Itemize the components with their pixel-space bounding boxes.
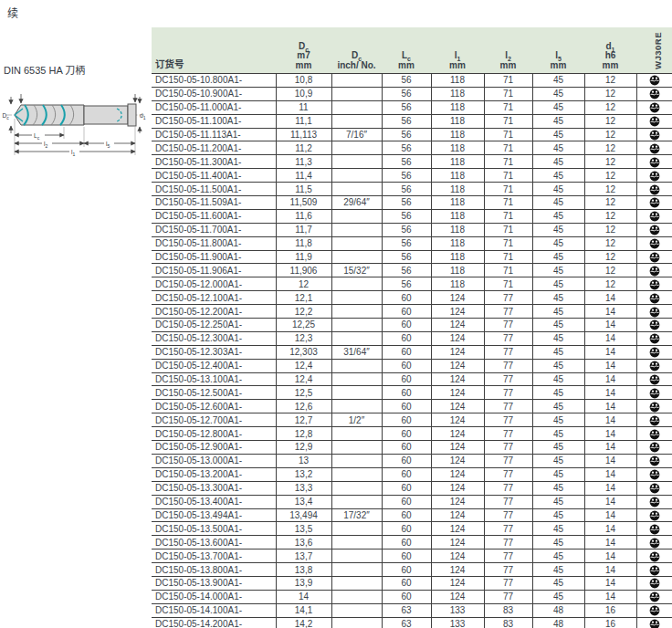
table-row: DC150-05-11.000A1- 11 56 118 71 45 12 [152, 100, 672, 114]
l1-cell: 124 [431, 522, 484, 536]
table-row: DC150-05-13.900A1- 13,9 60 124 77 45 14 [152, 576, 672, 590]
grade-icon-cell [636, 536, 672, 550]
table-row: DC150-05-12.303A1- 12,303 31/64″ 60 124 … [152, 345, 672, 359]
l5-cell: 45 [532, 209, 584, 223]
d1-cell: 14 [584, 305, 636, 319]
l5-cell: 45 [532, 359, 584, 372]
l1-cell: 118 [431, 209, 484, 223]
lc-cell: 60 [382, 400, 431, 413]
order-no-cell: DC150-05-12.800A1- [152, 427, 276, 441]
order-no-cell: DC150-05-13.600A1- [152, 536, 276, 550]
l5-cell: 45 [532, 183, 584, 196]
dc-inch-cell [331, 495, 382, 508]
table-row: DC150-05-13.600A1- 13,6 60 124 77 45 14 [152, 536, 672, 550]
grade-icon-cell [636, 223, 672, 236]
drill-face-coolant-icon [649, 143, 660, 154]
order-no-cell: DC150-05-12.100A1- [152, 291, 276, 305]
l1-cell: 124 [431, 319, 484, 332]
order-no-cell: DC150-05-14.100A1- [152, 603, 276, 617]
l5-cell: 45 [532, 427, 584, 441]
dc-mm-cell: 14,2 [276, 617, 331, 628]
d1-cell: 12 [584, 183, 636, 196]
order-no-cell: DC150-05-13.300A1- [152, 481, 276, 495]
drill-face-coolant-icon [649, 211, 660, 222]
d1-cell: 14 [584, 441, 636, 455]
d1-cell: 12 [584, 209, 636, 223]
d1-cell: 14 [584, 372, 636, 386]
lc-cell: 60 [382, 576, 431, 590]
dc-inch-cell [331, 87, 382, 100]
table-row: DC150-05-11.600A1- 11,6 56 118 71 45 12 [152, 209, 672, 223]
l2-cell: 77 [484, 331, 532, 345]
d1-cell: 16 [584, 603, 636, 617]
order-no-cell: DC150-05-12.900A1- [152, 441, 276, 455]
l1-cell: 124 [431, 508, 484, 522]
d1-cell: 14 [584, 550, 636, 563]
l2-cell: 71 [484, 236, 532, 250]
lc-cell: 60 [382, 372, 431, 386]
dc-inch-cell [331, 550, 382, 563]
drill-face-coolant-icon [649, 307, 660, 318]
l1-cell: 124 [431, 345, 484, 359]
l2-cell: 77 [484, 400, 532, 413]
drill-face-coolant-icon [649, 279, 660, 290]
l5-cell: 45 [532, 236, 584, 250]
l2-cell: 77 [484, 495, 532, 508]
order-no-cell: DC150-05-12.300A1- [152, 331, 276, 345]
lc-cell: 56 [382, 250, 431, 264]
order-no-cell: DC150-05-13.400A1- [152, 495, 276, 508]
l5-cell: 45 [532, 155, 584, 169]
table-row: DC150-05-11.509A1- 11,509 29/64″ 56 118 … [152, 196, 672, 210]
l5-cell: 45 [532, 305, 584, 319]
lc-cell: 60 [382, 319, 431, 332]
l2-cell: 77 [484, 454, 532, 467]
l2-cell: 71 [484, 114, 532, 128]
drill-face-coolant-icon [649, 171, 660, 182]
l5-cell: 45 [532, 250, 584, 264]
dc-mm-cell: 11,906 [276, 264, 331, 277]
grade-icon-cell [636, 331, 672, 345]
col-header-d1: d1 h6 mm [584, 27, 636, 74]
table-row: DC150-05-14.100A1- 14,1 63 133 83 48 16 [152, 603, 672, 617]
grade-icon-cell [636, 291, 672, 305]
drill-face-coolant-icon [649, 116, 660, 127]
l5-cell: 45 [532, 114, 584, 128]
l1-cell: 124 [431, 590, 484, 603]
l5-cell: 45 [532, 522, 584, 536]
lc-cell: 56 [382, 223, 431, 236]
l2-cell: 77 [484, 481, 532, 495]
dc-mm-cell: 13,5 [276, 522, 331, 536]
l5-cell: 45 [532, 87, 584, 100]
l5-cell: 45 [532, 223, 584, 236]
drill-shank [84, 106, 128, 124]
table-row: DC150-05-12.250A1- 12,25 60 124 77 45 14 [152, 319, 672, 332]
order-no-cell: DC150-05-10.800A1- [152, 74, 276, 88]
l5-cell: 45 [532, 508, 584, 522]
dc-mm-cell: 12,8 [276, 427, 331, 441]
l2-cell: 77 [484, 467, 532, 481]
l2-cell: 77 [484, 345, 532, 359]
d1-cell: 12 [584, 74, 636, 88]
dc-mm-cell: 11,1 [276, 114, 331, 128]
col-header-dc-mm: Dc m7 mm [276, 27, 331, 74]
l1-cell: 133 [431, 603, 484, 617]
dc-inch-cell [331, 563, 382, 577]
l1-cell: 118 [431, 236, 484, 250]
l5-cell: 45 [532, 319, 584, 332]
table-row: DC150-05-12.300A1- 12,3 60 124 77 45 14 [152, 331, 672, 345]
table-row: DC150-05-13.500A1- 13,5 60 124 77 45 14 [152, 522, 672, 536]
order-no-cell: DC150-05-11.509A1- [152, 196, 276, 210]
dc-mm-cell: 12,9 [276, 441, 331, 455]
order-no-cell: DC150-05-12.200A1- [152, 305, 276, 319]
l2-cell: 71 [484, 155, 532, 169]
drill-face-coolant-icon [649, 361, 660, 372]
lc-cell: 60 [382, 522, 431, 536]
dc-inch-cell [331, 291, 382, 305]
grade-icon-cell [636, 563, 672, 577]
table-header: 订货号 Dc m7 mm Dc inch/ No. Lc mm l1 mm [152, 27, 672, 74]
order-no-cell: DC150-05-11.800A1- [152, 236, 276, 250]
l5-cell: 45 [532, 481, 584, 495]
order-no-cell: DC150-05-12.000A1- [152, 277, 276, 291]
d1-cell: 14 [584, 576, 636, 590]
dc-mm-cell: 13,3 [276, 481, 331, 495]
